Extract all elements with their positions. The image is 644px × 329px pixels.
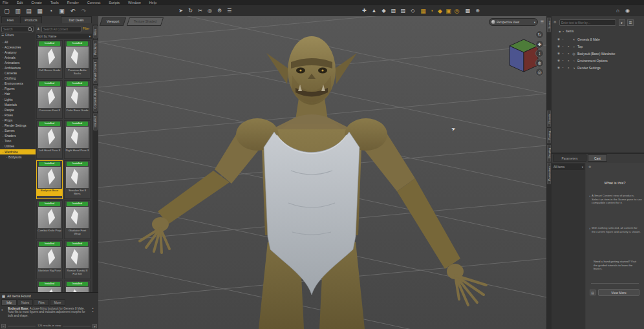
toolbar-render-icon[interactable]: ◆ bbox=[436, 6, 444, 16]
pane-side-tab[interactable]: Parameters bbox=[547, 163, 551, 184]
viewport-menu-button[interactable]: ☰ bbox=[539, 19, 545, 25]
lock-icon[interactable]: ▪ bbox=[563, 66, 566, 69]
category-item[interactable]: ▪ Hair bbox=[0, 92, 36, 97]
viewport-tab[interactable]: Viewport bbox=[100, 17, 127, 26]
category-item[interactable]: ▪ Render Settings bbox=[0, 123, 36, 129]
toolbar-file-icon[interactable]: ▣ bbox=[56, 6, 67, 16]
toolbar-file-icon[interactable]: ▢ bbox=[1, 6, 12, 16]
menu-item[interactable]: Connect bbox=[87, 0, 101, 5]
toolbar-pose-icon[interactable]: ✚ bbox=[360, 6, 369, 16]
side-tab[interactable]: Products bbox=[93, 40, 98, 58]
product-thumbnail[interactable]: Installed Gladiator Feet Wrap bbox=[64, 200, 91, 239]
scene-node[interactable]: ◉ ▪ × Genesis 8 Male bbox=[557, 36, 644, 43]
nav-tool-button[interactable]: ↻ bbox=[535, 30, 544, 39]
category-item[interactable]: ▪ Materials bbox=[0, 102, 36, 107]
window-icon[interactable]: ◉ bbox=[623, 6, 632, 16]
toolbar-file-icon[interactable]: ▤ bbox=[23, 6, 34, 16]
menu-item[interactable]: Create bbox=[31, 0, 42, 5]
nav-tool-button[interactable]: ↕ bbox=[535, 49, 544, 58]
toolbar-render-icon[interactable]: ◎ bbox=[453, 6, 461, 16]
scene-side-tab[interactable]: Scene bbox=[547, 17, 551, 32]
toolbar-tool-icon[interactable]: ☰ bbox=[224, 6, 234, 16]
toolbar-extra-icon[interactable]: ⊕ bbox=[473, 6, 482, 16]
tab-daz-deals[interactable]: Daz Deals bbox=[61, 16, 92, 23]
toolbar-render-icon[interactable]: ▣ bbox=[444, 6, 453, 16]
toolbar-tool-icon[interactable]: ↻ bbox=[186, 6, 195, 16]
toolbar-tool-icon[interactable]: ⚙ bbox=[215, 6, 224, 16]
tab-cast[interactable]: Cast bbox=[588, 154, 607, 162]
expand-arrow-icon[interactable]: ▸ bbox=[567, 59, 570, 62]
category-item[interactable]: ▪ Cameras bbox=[0, 71, 36, 76]
info-tab[interactable]: Notes bbox=[17, 299, 33, 306]
filter-dropdown[interactable]: All Items ▾ bbox=[552, 164, 585, 170]
category-item[interactable]: ▪ Poses bbox=[0, 112, 36, 118]
menu-item[interactable]: Help bbox=[149, 0, 156, 5]
product-thumbnail[interactable]: Installed Skeleton Rig Pose bbox=[36, 240, 63, 279]
filters-row[interactable]: ☰ Filters bbox=[1, 34, 14, 37]
menu-item[interactable]: Scripts bbox=[109, 0, 120, 5]
category-item[interactable]: ▪ Environments bbox=[0, 81, 36, 87]
visibility-eye-icon[interactable]: ◉ bbox=[557, 45, 561, 48]
category-item[interactable]: ▪ Toon bbox=[0, 139, 36, 144]
menu-item[interactable]: Tools bbox=[50, 0, 59, 5]
scene-node[interactable]: ◉ ▪ ▸ ○ Top bbox=[557, 43, 644, 50]
category-item[interactable]: ▪ Utilities bbox=[0, 144, 36, 149]
product-thumbnail[interactable]: Installed Casual Outfit 8 bbox=[64, 281, 91, 292]
toolbar-pose-icon[interactable]: ▨ bbox=[398, 6, 408, 16]
nav-tool-button[interactable]: ⊕ bbox=[535, 59, 544, 67]
product-thumbnail[interactable]: Installed Bodysuit Base bbox=[36, 160, 63, 199]
visibility-eye-icon[interactable]: ◉ bbox=[557, 59, 561, 62]
menu-item[interactable]: File bbox=[3, 0, 8, 5]
tab-files[interactable]: Files bbox=[1, 16, 19, 23]
scene-menu-button[interactable]: ☰ bbox=[627, 19, 634, 26]
product-search-input[interactable] bbox=[43, 28, 80, 31]
info-tab[interactable]: Info bbox=[1, 299, 17, 306]
viewport-3d[interactable]: Viewport Texture Shaded Perspective View… bbox=[98, 16, 546, 329]
scene-node[interactable]: ◉ ▪ ▸ ◑ Render Settings bbox=[557, 64, 644, 71]
category-item[interactable]: ▪ Bodysuits bbox=[0, 154, 36, 160]
toolbar-render-icon[interactable]: ◔ bbox=[427, 6, 436, 16]
camera-selector[interactable]: Perspective View ▾ bbox=[489, 18, 538, 26]
tab-products[interactable]: Products bbox=[20, 16, 42, 23]
category-search-input[interactable] bbox=[3, 28, 28, 31]
product-thumbnail[interactable]: Installed Roman Sandal 8 Full Set bbox=[64, 240, 91, 279]
toolbar-pose-icon[interactable]: ▲ bbox=[369, 6, 379, 16]
slider-track[interactable]: 126 results in view bbox=[8, 326, 91, 326]
category-item[interactable]: ▪ Anatomy bbox=[0, 50, 36, 55]
visibility-eye-icon[interactable]: ◉ bbox=[557, 66, 561, 69]
pane-side-tab[interactable]: Posing bbox=[547, 128, 551, 143]
zoom-out-button[interactable]: − bbox=[1, 324, 6, 328]
tab-parameters[interactable]: Parameters bbox=[553, 154, 586, 162]
category-item[interactable]: ▪ People bbox=[0, 107, 36, 112]
scene-filter[interactable] bbox=[559, 19, 616, 26]
category-item[interactable]: ▪ Clothing bbox=[0, 76, 36, 81]
toolbar-pose-icon[interactable]: ◆ bbox=[379, 6, 389, 16]
lock-icon[interactable]: ▪ bbox=[563, 52, 566, 55]
scene-filter-input[interactable] bbox=[561, 21, 614, 25]
product-thumbnail[interactable]: Installed Wedge Boots 8 bbox=[36, 281, 63, 292]
lock-icon[interactable]: ▪ bbox=[563, 59, 566, 62]
view-more-button[interactable]: View More bbox=[598, 289, 639, 296]
category-item[interactable]: ▪ Lights bbox=[0, 97, 36, 102]
scrollbar[interactable]: ▲ ▼ bbox=[91, 307, 94, 322]
pane-side-tab[interactable]: Presets bbox=[547, 111, 551, 127]
menu-item[interactable]: Render bbox=[67, 0, 79, 5]
product-thumbnail[interactable]: Installed Premium Ankle Socks bbox=[64, 40, 91, 79]
pane-side-tab[interactable]: Shaping bbox=[547, 145, 551, 162]
nav-tool-button[interactable]: ✚ bbox=[535, 40, 544, 48]
sort-bar[interactable]: Sort by: Name ▾ bbox=[36, 34, 92, 39]
visibility-eye-icon[interactable]: ◉ bbox=[557, 52, 561, 55]
orientation-cube[interactable] bbox=[510, 39, 538, 72]
toolbar-tool-icon[interactable]: ◎ bbox=[205, 6, 215, 16]
toolbar-file-icon[interactable]: ↶ bbox=[67, 6, 78, 16]
menu-item[interactable]: Edit bbox=[17, 0, 23, 5]
category-item[interactable]: ▪ Animals bbox=[0, 55, 36, 60]
product-thumbnail[interactable]: Installed Right Hand Pose 8 bbox=[64, 120, 91, 159]
menu-item[interactable]: Window bbox=[128, 0, 141, 5]
product-thumbnail[interactable]: Installed Sneaker Set 8 Mens bbox=[64, 160, 91, 199]
window-icon[interactable]: ⌂ bbox=[613, 6, 623, 16]
toolbar-pose-icon[interactable]: ◇ bbox=[408, 6, 418, 16]
product-thumbnail[interactable]: Installed Calf Bones Guide bbox=[36, 40, 63, 79]
toolbar-file-icon[interactable]: ▥ bbox=[12, 6, 23, 16]
zoom-in-button[interactable]: + bbox=[92, 324, 97, 328]
